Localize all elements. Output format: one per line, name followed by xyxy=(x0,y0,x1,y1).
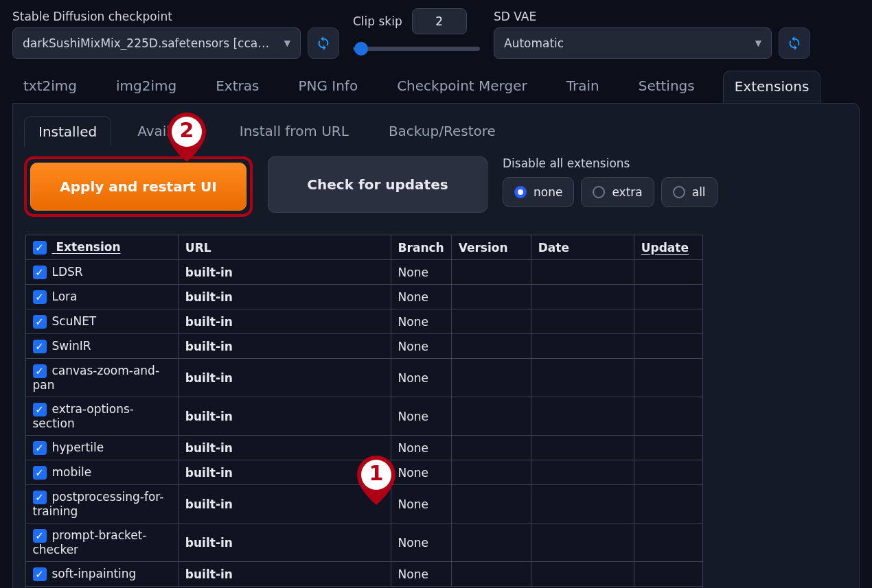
ext-branch-cell: None xyxy=(391,260,451,285)
disable-extensions-col: Disable all extensions noneextraall xyxy=(503,156,718,207)
extensions-table: ✓ Extension URL Branch Version Date Upda… xyxy=(24,235,704,588)
ext-url-cell: built-in xyxy=(178,524,391,562)
row-checkbox[interactable]: ✓ xyxy=(33,266,47,279)
table-row: ✓prompt-bracket-checkerbuilt-inNone xyxy=(25,524,702,562)
subtab-backup-restore[interactable]: Backup/Restore xyxy=(375,116,509,147)
ext-url-cell: built-in xyxy=(178,260,391,285)
col-header-branch[interactable]: Branch xyxy=(391,235,451,260)
ext-version-cell xyxy=(451,397,531,436)
tab-checkpoint-merger[interactable]: Checkpoint Merger xyxy=(386,71,538,103)
row-checkbox[interactable]: ✓ xyxy=(33,403,47,416)
ext-url-cell: built-in xyxy=(178,436,391,460)
ext-name-cell: ✓LDSR xyxy=(25,260,178,285)
disable-extensions-options: noneextraall xyxy=(503,177,718,207)
row-checkbox[interactable]: ✓ xyxy=(33,529,47,543)
ext-date-cell xyxy=(531,334,634,359)
disable-option-extra[interactable]: extra xyxy=(581,177,654,207)
col-header-date[interactable]: Date xyxy=(531,235,634,260)
action-row: Apply and restart UI 2 Check for updates… xyxy=(24,156,848,217)
table-row: ✓LDSRbuilt-inNone xyxy=(25,260,702,285)
ext-name: ScuNET xyxy=(52,314,97,328)
ext-version-cell xyxy=(451,334,531,359)
extensions-subtabs: InstalledAvailableInstall from URLBackup… xyxy=(24,116,848,147)
subtab-available[interactable]: Available xyxy=(124,116,214,147)
row-checkbox[interactable]: ✓ xyxy=(33,567,47,581)
table-row: ✓hypertilebuilt-inNone xyxy=(25,436,702,460)
ext-name: mobile xyxy=(52,465,92,479)
ext-date-cell xyxy=(531,436,634,460)
ext-name: soft-inpainting xyxy=(52,567,137,580)
extensions-panel: InstalledAvailableInstall from URLBackup… xyxy=(12,103,860,588)
ext-date-cell xyxy=(531,359,634,397)
table-row: ✓Lorabuilt-inNone xyxy=(25,285,702,309)
sd-checkpoint-select[interactable]: darkSushiMixMix_225D.safetensors [cca17b… xyxy=(12,27,301,59)
ext-update-cell xyxy=(634,285,702,309)
col-header-extension[interactable]: ✓ Extension xyxy=(25,235,178,260)
ext-date-cell xyxy=(531,285,634,309)
ext-update-cell xyxy=(634,436,702,460)
col-header-version[interactable]: Version xyxy=(451,235,531,260)
row-checkbox[interactable]: ✓ xyxy=(33,491,47,504)
ext-date-cell xyxy=(531,485,634,524)
vae-refresh-button[interactable] xyxy=(779,27,810,59)
refresh-icon xyxy=(787,36,802,51)
ext-branch-cell: None xyxy=(391,334,451,359)
ext-branch-cell: None xyxy=(391,397,451,436)
ext-name: extra-options-section xyxy=(33,402,135,430)
tab-extras[interactable]: Extras xyxy=(205,71,270,103)
sd-vae-select[interactable]: Automatic ▼ xyxy=(494,27,772,59)
ext-update-cell xyxy=(634,260,702,285)
ext-url-cell: built-in xyxy=(178,460,391,485)
ext-update-cell xyxy=(634,460,702,485)
tab-txt2img[interactable]: txt2img xyxy=(12,71,88,103)
tab-png-info[interactable]: PNG Info xyxy=(287,71,369,103)
checkpoint-refresh-button[interactable] xyxy=(308,27,339,59)
ext-name-cell: ✓ScuNET xyxy=(25,309,178,334)
subtab-installed[interactable]: Installed xyxy=(24,116,111,147)
clip-skip-slider[interactable] xyxy=(353,38,480,59)
disable-extensions-label: Disable all extensions xyxy=(503,156,718,170)
check-icon[interactable]: ✓ xyxy=(33,241,47,255)
col-header-update[interactable]: Update xyxy=(634,235,702,260)
ext-update-cell xyxy=(634,397,702,436)
tab-img2img[interactable]: img2img xyxy=(105,71,187,103)
table-row: ✓postprocessing-for-trainingbuilt-inNone xyxy=(25,485,702,524)
row-checkbox[interactable]: ✓ xyxy=(33,364,47,378)
ext-name-cell: ✓SwinIR xyxy=(25,334,178,359)
row-checkbox[interactable]: ✓ xyxy=(33,340,47,353)
col-header-url[interactable]: URL xyxy=(178,235,391,260)
ext-name: postprocessing-for-training xyxy=(33,490,164,518)
table-row: ✓SwinIRbuilt-inNone xyxy=(25,334,702,359)
row-checkbox[interactable]: ✓ xyxy=(33,466,47,480)
sd-vae-value: Automatic xyxy=(504,36,564,50)
ext-branch-cell: None xyxy=(391,309,451,334)
sd-checkpoint-label: Stable Diffusion checkpoint xyxy=(12,10,339,23)
subtab-install-from-url[interactable]: Install from URL xyxy=(226,116,363,147)
slider-thumb[interactable] xyxy=(354,42,368,56)
disable-option-none[interactable]: none xyxy=(503,177,574,207)
table-row: ✓canvas-zoom-and-panbuilt-inNone xyxy=(25,359,702,397)
row-checkbox[interactable]: ✓ xyxy=(33,290,47,304)
clip-skip-value-box[interactable]: 2 xyxy=(412,8,467,34)
sd-vae-col: SD VAE Automatic ▼ xyxy=(494,10,810,59)
apply-restart-button[interactable]: Apply and restart UI xyxy=(30,163,246,211)
slider-track xyxy=(353,47,480,51)
tab-train[interactable]: Train xyxy=(555,71,610,103)
ext-branch-cell: None xyxy=(391,359,451,397)
row-checkbox[interactable]: ✓ xyxy=(33,315,47,329)
ext-update-cell xyxy=(634,562,702,587)
disable-option-all[interactable]: all xyxy=(661,177,718,207)
caret-down-icon: ▼ xyxy=(284,38,290,48)
disable-option-label: extra xyxy=(612,185,642,199)
disable-option-label: none xyxy=(533,185,562,199)
ext-name-cell: ✓canvas-zoom-and-pan xyxy=(25,359,178,397)
table-row: ✓mobilebuilt-inNone xyxy=(25,460,702,485)
ext-branch-cell: None xyxy=(391,436,451,460)
check-updates-button[interactable]: Check for updates xyxy=(268,156,487,213)
ext-url-cell: built-in xyxy=(178,397,391,436)
ext-version-cell xyxy=(451,359,531,397)
tab-extensions[interactable]: Extensions xyxy=(723,71,821,103)
ext-name-cell: ✓postprocessing-for-training xyxy=(25,485,178,524)
row-checkbox[interactable]: ✓ xyxy=(33,441,47,455)
tab-settings[interactable]: Settings xyxy=(628,71,706,103)
